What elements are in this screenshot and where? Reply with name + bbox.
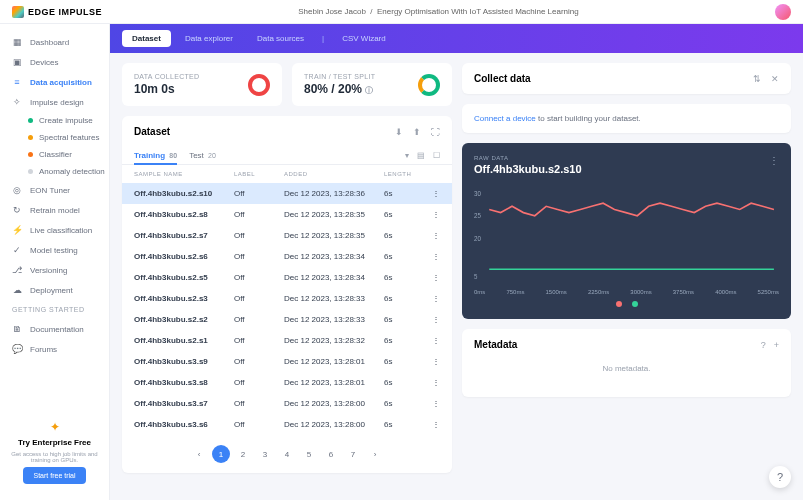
breadcrumb-project[interactable]: Energy Optimisation With IoT Assisted Ma… (377, 7, 579, 16)
table-row[interactable]: Off.4hb3kubu.s2.s8OffDec 12 2023, 13:28:… (122, 204, 452, 225)
page-6[interactable]: 6 (322, 445, 340, 463)
nav-versioning[interactable]: ⎇Versioning (0, 260, 109, 280)
page-2[interactable]: 2 (234, 445, 252, 463)
page-next[interactable]: › (366, 445, 384, 463)
dataset-title: Dataset (134, 126, 170, 137)
legend-series1 (616, 301, 622, 307)
x-tick: 750ms (506, 289, 524, 295)
page-3[interactable]: 3 (256, 445, 274, 463)
cell-name: Off.4hb3kubu.s3.s6 (134, 420, 234, 429)
close-icon[interactable]: ✕ (771, 74, 779, 84)
table-row[interactable]: Off.4hb3kubu.s3.s8OffDec 12 2023, 13:28:… (122, 372, 452, 393)
cell-length: 6s (384, 378, 424, 387)
page-5[interactable]: 5 (300, 445, 318, 463)
row-menu-icon[interactable]: ⋮ (424, 336, 440, 345)
meta-add-icon[interactable]: + (774, 340, 779, 350)
table-row[interactable]: Off.4hb3kubu.s3.s9OffDec 12 2023, 13:28:… (122, 351, 452, 372)
start-trial-button[interactable]: Start free trial (23, 467, 85, 484)
meta-help-icon[interactable]: ? (761, 340, 766, 350)
nav-dashboard[interactable]: ▦Dashboard (0, 32, 109, 52)
nav-icon: ≡ (12, 77, 22, 87)
row-menu-icon[interactable]: ⋮ (424, 399, 440, 408)
subnav-anomaly-detection[interactable]: Anomaly detection (0, 163, 109, 180)
row-menu-icon[interactable]: ⋮ (424, 189, 440, 198)
dataset-tab-training[interactable]: Training 80 (134, 147, 177, 164)
table-row[interactable]: Off.4hb3kubu.s3.s6OffDec 12 2023, 13:28:… (122, 414, 452, 435)
nav-devices[interactable]: ▣Devices (0, 52, 109, 72)
cell-name: Off.4hb3kubu.s3.s7 (134, 399, 234, 408)
nav-forums[interactable]: 💬Forums (0, 339, 109, 359)
th-name[interactable]: SAMPLE NAME (134, 171, 234, 177)
page-4[interactable]: 4 (278, 445, 296, 463)
section-getting-started: GETTING STARTED (0, 300, 109, 319)
table-row[interactable]: Off.4hb3kubu.s2.s2OffDec 12 2023, 13:28:… (122, 309, 452, 330)
select-icon[interactable]: ☐ (433, 151, 440, 160)
dot-icon (28, 135, 33, 140)
stat-collected-label: DATA COLLECTED (134, 73, 199, 80)
subnav-create-impulse[interactable]: Create impulse (0, 112, 109, 129)
table-row[interactable]: Off.4hb3kubu.s3.s7OffDec 12 2023, 13:28:… (122, 393, 452, 414)
nav-model-testing[interactable]: ✓Model testing (0, 240, 109, 260)
usb-icon[interactable]: ⇅ (753, 74, 761, 84)
nav-impulse-design[interactable]: ✧Impulse design (0, 92, 109, 112)
nav-label: EON Tuner (30, 186, 70, 195)
info-icon[interactable]: ⓘ (365, 86, 373, 95)
dataset-tab-test[interactable]: Test 20 (189, 147, 216, 164)
subnav-classifier[interactable]: Classifier (0, 146, 109, 163)
row-menu-icon[interactable]: ⋮ (424, 357, 440, 366)
tab-data-sources[interactable]: Data sources (247, 30, 314, 47)
row-menu-icon[interactable]: ⋮ (424, 231, 440, 240)
row-menu-icon[interactable]: ⋮ (424, 294, 440, 303)
cell-length: 6s (384, 252, 424, 261)
table-row[interactable]: Off.4hb3kubu.s2.s6OffDec 12 2023, 13:28:… (122, 246, 452, 267)
cell-length: 6s (384, 273, 424, 282)
tab-csv-wizard[interactable]: CSV Wizard (332, 30, 396, 47)
table-row[interactable]: Off.4hb3kubu.s2.s1OffDec 12 2023, 13:28:… (122, 330, 452, 351)
raw-menu-icon[interactable]: ⋮ (769, 155, 779, 166)
cell-length: 6s (384, 231, 424, 240)
table-row[interactable]: Off.4hb3kubu.s2.s3OffDec 12 2023, 13:28:… (122, 288, 452, 309)
page-1[interactable]: 1 (212, 445, 230, 463)
grid-icon[interactable]: ▤ (417, 151, 425, 160)
row-menu-icon[interactable]: ⋮ (424, 273, 440, 282)
connect-device-link[interactable]: Connect a device (474, 114, 536, 123)
row-menu-icon[interactable]: ⋮ (424, 315, 440, 324)
cell-name: Off.4hb3kubu.s2.s3 (134, 294, 234, 303)
metadata-empty: No metadata. (474, 350, 779, 387)
nav-documentation[interactable]: 🗎Documentation (0, 319, 109, 339)
th-label[interactable]: LABEL (234, 171, 284, 177)
download-icon[interactable]: ⬇ (395, 127, 403, 137)
row-menu-icon[interactable]: ⋮ (424, 420, 440, 429)
avatar[interactable] (775, 4, 791, 20)
expand-icon[interactable]: ⛶ (431, 127, 440, 137)
nav-icon: ◎ (12, 185, 22, 195)
table-row[interactable]: Off.4hb3kubu.s2.s10OffDec 12 2023, 13:28… (122, 183, 452, 204)
row-menu-icon[interactable]: ⋮ (424, 210, 440, 219)
page-prev[interactable]: ‹ (190, 445, 208, 463)
nav-data-acquisition[interactable]: ≡Data acquisition (0, 72, 109, 92)
collect-title: Collect data (474, 73, 531, 84)
trial-box: ✦ Try Enterprise Free Get access to high… (0, 412, 109, 492)
cell-length: 6s (384, 189, 424, 198)
nav-deployment[interactable]: ☁Deployment (0, 280, 109, 300)
th-length[interactable]: LENGTH (384, 171, 424, 177)
subnav-spectral-features[interactable]: Spectral features (0, 129, 109, 146)
tab-data-explorer[interactable]: Data explorer (175, 30, 243, 47)
th-added[interactable]: ADDED (284, 171, 384, 177)
connect-hint-text: to start building your dataset. (536, 114, 641, 123)
help-fab[interactable]: ? (769, 466, 791, 488)
breadcrumb-user[interactable]: Shebin Jose Jacob (298, 7, 366, 16)
row-menu-icon[interactable]: ⋮ (424, 252, 440, 261)
row-menu-icon[interactable]: ⋮ (424, 378, 440, 387)
table-row[interactable]: Off.4hb3kubu.s2.s5OffDec 12 2023, 13:28:… (122, 267, 452, 288)
nav-retrain-model[interactable]: ↻Retrain model (0, 200, 109, 220)
nav-icon: ↻ (12, 205, 22, 215)
filter-icon[interactable]: ▾ (405, 151, 409, 160)
upload-icon[interactable]: ⬆ (413, 127, 421, 137)
logo[interactable]: EDGE IMPULSE (12, 6, 102, 18)
table-row[interactable]: Off.4hb3kubu.s2.s7OffDec 12 2023, 13:28:… (122, 225, 452, 246)
nav-eon-tuner[interactable]: ◎EON Tuner (0, 180, 109, 200)
page-7[interactable]: 7 (344, 445, 362, 463)
nav-live-classification[interactable]: ⚡Live classification (0, 220, 109, 240)
tab-dataset[interactable]: Dataset (122, 30, 171, 47)
